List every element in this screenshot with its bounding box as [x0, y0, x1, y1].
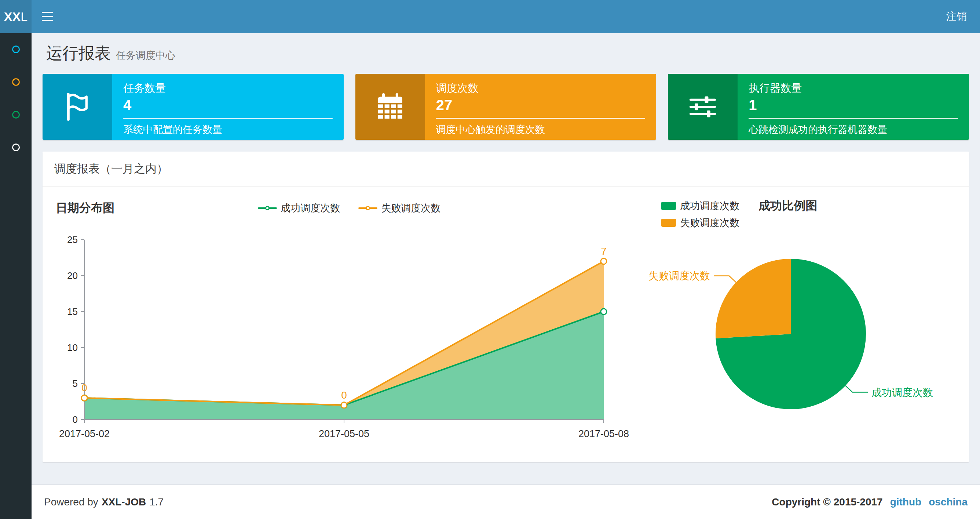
info-box-label: 调度次数	[436, 81, 646, 96]
logo-light-text: L	[21, 10, 27, 24]
info-box-description: 调度中心触发的调度次数	[436, 123, 646, 136]
page-header: 运行报表任务调度中心	[43, 33, 969, 74]
date-distribution-section: 日期分布图 成功调度次数	[56, 198, 635, 453]
footer: Powered by XXL-JOB 1.7 Copyright © 2015-…	[32, 484, 980, 519]
svg-text:2017-05-08: 2017-05-08	[578, 428, 629, 439]
pie-chart-legend: 成功调度次数 失败调度次数	[661, 198, 740, 229]
info-box-content: 调度次数 27 调度中心触发的调度次数	[425, 74, 657, 140]
page-subtitle: 任务调度中心	[116, 50, 175, 61]
pie-chart-title: 成功比例图	[759, 198, 817, 214]
line-chart-legend: 成功调度次数 失败调度次数	[89, 201, 609, 215]
legend-label: 失败调度次数	[680, 216, 740, 229]
sidebar-item-logs[interactable]	[0, 98, 32, 131]
svg-text:0: 0	[341, 390, 347, 401]
legend-item-success[interactable]: 成功调度次数	[258, 201, 340, 215]
info-box-value: 27	[436, 97, 646, 113]
navbar-right: 注销	[933, 0, 980, 33]
svg-text:成功调度次数: 成功调度次数	[872, 387, 933, 398]
info-box-label: 执行器数量	[749, 81, 958, 96]
svg-text:2017-05-05: 2017-05-05	[319, 428, 369, 439]
svg-text:0: 0	[73, 414, 78, 425]
info-box-jobs: 任务数量 4 系统中配置的任务数量	[43, 74, 344, 140]
calendar-icon	[355, 74, 425, 140]
github-link[interactable]: github	[890, 496, 922, 508]
page-title: 运行报表	[46, 44, 111, 62]
sidebar-item-report[interactable]	[0, 33, 32, 66]
info-box-description: 心跳检测成功的执行器机器数量	[749, 123, 958, 136]
legend-item-success[interactable]: 成功调度次数	[661, 199, 740, 212]
legend-label: 成功调度次数	[281, 201, 340, 215]
info-box-divider	[749, 118, 958, 119]
svg-text:5: 5	[73, 378, 78, 389]
svg-text:7: 7	[601, 246, 607, 257]
panel-title: 调度报表（一月之内）	[43, 152, 969, 187]
info-box-description: 系统中配置的任务数量	[123, 123, 332, 136]
svg-text:25: 25	[67, 234, 78, 245]
info-box-divider	[123, 118, 332, 119]
legend-item-fail[interactable]: 失败调度次数	[661, 216, 740, 229]
svg-text:15: 15	[67, 306, 78, 317]
pie-chart-header: 成功调度次数 失败调度次数 成功比例图	[644, 198, 956, 229]
powered-prefix: Powered by	[44, 496, 98, 508]
info-box-value: 1	[749, 97, 958, 113]
svg-text:10: 10	[67, 342, 78, 353]
hamburger-icon	[42, 12, 53, 13]
circle-icon	[12, 78, 20, 86]
svg-text:0: 0	[81, 382, 87, 393]
top-navbar: XXL 注销	[0, 0, 980, 33]
sidebar-item-executors[interactable]	[0, 131, 32, 164]
legend-item-fail[interactable]: 失败调度次数	[358, 201, 441, 215]
circle-icon	[12, 46, 20, 53]
info-box-executors: 执行器数量 1 心跳检测成功的执行器机器数量	[668, 74, 969, 140]
circle-icon	[12, 144, 20, 151]
swatch-icon	[661, 219, 676, 227]
app-logo[interactable]: XXL	[0, 0, 32, 33]
hamburger-icon	[42, 16, 53, 17]
oschina-link[interactable]: oschina	[929, 496, 967, 508]
panel-body: 日期分布图 成功调度次数	[43, 187, 969, 462]
swatch-icon	[661, 202, 676, 210]
line-series-icon	[358, 205, 377, 211]
info-box-row: 任务数量 4 系统中配置的任务数量 调度次数 27	[43, 74, 969, 140]
sidebar-item-jobs[interactable]	[0, 66, 32, 98]
success-ratio-chart: 成功调度次数失败调度次数	[644, 229, 934, 435]
logo-bold-text: XX	[4, 10, 21, 24]
svg-text:20: 20	[67, 270, 78, 281]
copyright-text: Copyright © 2015-2017	[772, 496, 883, 508]
circle-icon	[12, 111, 20, 118]
info-box-value: 4	[123, 97, 332, 113]
sidebar	[0, 33, 32, 519]
app-name: XXL-JOB	[102, 496, 146, 508]
schedule-report-panel: 调度报表（一月之内） 日期分布图 成功调度次数	[43, 152, 969, 462]
info-box-label: 任务数量	[123, 81, 332, 96]
line-series-icon	[258, 205, 277, 211]
info-box-triggers: 调度次数 27 调度中心触发的调度次数	[355, 74, 657, 140]
info-box-content: 任务数量 4 系统中配置的任务数量	[112, 74, 344, 140]
main-content: 运行报表任务调度中心 任务数量 4 系统中配置的任务数量	[32, 33, 980, 484]
info-box-content: 执行器数量 1 心跳检测成功的执行器机器数量	[738, 74, 969, 140]
legend-label: 成功调度次数	[680, 199, 740, 212]
legend-label: 失败调度次数	[381, 201, 441, 215]
sliders-icon	[668, 74, 738, 140]
sidebar-toggle-button[interactable]	[32, 0, 63, 33]
date-distribution-chart: 05101520252017-05-022017-05-052017-05-08…	[56, 219, 620, 453]
svg-text:2017-05-02: 2017-05-02	[59, 428, 110, 439]
footer-copyright-area: Copyright © 2015-2017 github oschina	[772, 496, 967, 508]
hamburger-icon	[42, 20, 53, 21]
footer-powered: Powered by XXL-JOB 1.7	[44, 496, 164, 508]
line-chart-header: 日期分布图 成功调度次数	[56, 198, 635, 219]
flag-icon	[43, 74, 112, 140]
svg-text:失败调度次数: 失败调度次数	[648, 270, 710, 281]
info-box-divider	[436, 118, 646, 119]
logout-button[interactable]: 注销	[933, 0, 980, 33]
success-ratio-section: 成功调度次数 失败调度次数 成功比例图 成功调度次数失败调度次数	[635, 198, 956, 453]
app-version: 1.7	[149, 496, 164, 508]
